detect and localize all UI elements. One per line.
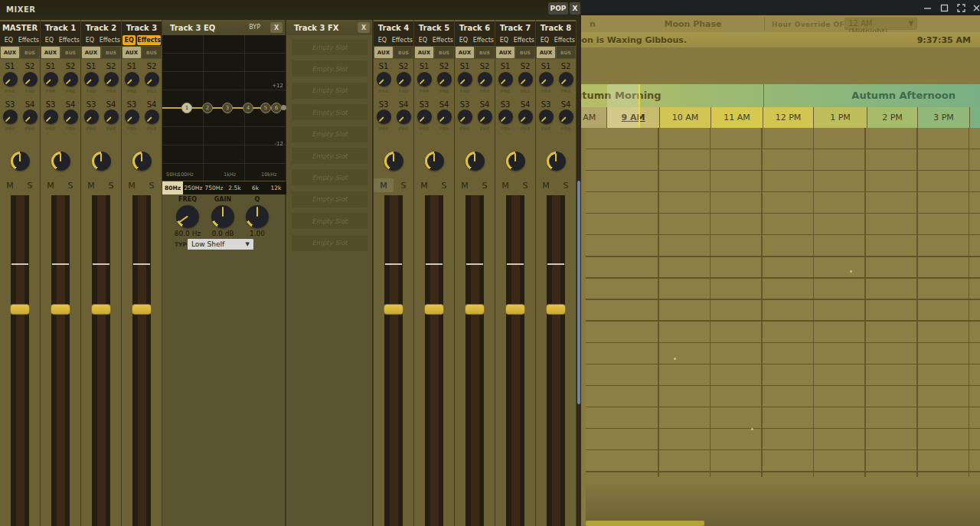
bus-button[interactable]: BUS — [102, 47, 120, 58]
minimize-icon[interactable] — [922, 3, 933, 12]
pre-toggle[interactable]: PRE — [41, 88, 60, 93]
pre-toggle[interactable]: PRE — [414, 126, 434, 131]
pre-toggle[interactable]: PRE — [536, 88, 556, 93]
fullscreen-icon[interactable] — [956, 3, 966, 12]
eq-tab[interactable]: EQ — [1, 35, 17, 45]
eq-band-node[interactable]: 3 — [222, 103, 233, 113]
pre-toggle[interactable]: PRE — [81, 88, 101, 93]
solo-button[interactable]: S — [101, 178, 121, 192]
eq-tab[interactable]: EQ — [537, 35, 553, 45]
eq-band-node[interactable]: 2 — [202, 103, 213, 113]
volume-fader[interactable] — [455, 195, 495, 526]
pre-toggle[interactable]: PRE — [0, 88, 20, 93]
pre-toggle[interactable]: PRE — [142, 126, 162, 131]
pan-knob[interactable] — [51, 152, 70, 171]
fader-track[interactable] — [384, 195, 403, 526]
fx-empty-slot[interactable]: Empty Slot — [291, 191, 368, 208]
pre-toggle[interactable]: PRE — [101, 88, 121, 93]
send-1-knob[interactable] — [377, 72, 391, 87]
mixer-scrollbar[interactable] — [577, 20, 581, 526]
effects-tab[interactable]: Effects — [100, 35, 120, 45]
pop-out-button[interactable]: POP — [548, 2, 568, 15]
fader-track[interactable] — [506, 195, 524, 526]
pre-toggle[interactable]: PRE — [374, 88, 394, 93]
pre-toggle[interactable]: PRE — [394, 126, 413, 131]
fader-handle[interactable] — [505, 304, 525, 315]
send-2-knob[interactable] — [437, 72, 452, 87]
eq-band-node[interactable]: 5 — [260, 103, 271, 113]
aux-button[interactable]: AUX — [456, 47, 474, 58]
solo-button[interactable]: S — [434, 178, 454, 192]
volume-fader[interactable] — [0, 195, 40, 526]
aux-button[interactable]: AUX — [415, 47, 433, 58]
fader-track[interactable] — [11, 195, 29, 526]
effects-tab[interactable]: Effects — [514, 35, 534, 45]
eq-tab[interactable]: EQ — [82, 35, 98, 45]
send-4-knob[interactable] — [559, 109, 573, 124]
aux-button[interactable]: AUX — [41, 47, 60, 58]
hour-cell[interactable]: 9 AM — [607, 107, 660, 128]
send-4-knob[interactable] — [104, 109, 119, 124]
fader-handle[interactable] — [10, 304, 30, 315]
pre-toggle[interactable]: PRE — [455, 126, 475, 131]
volume-fader[interactable] — [414, 195, 454, 526]
send-1-knob[interactable] — [539, 72, 554, 87]
hour-cell[interactable]: 3 PM — [918, 107, 970, 128]
pan-knob[interactable] — [132, 152, 152, 171]
maximize-icon[interactable] — [939, 3, 949, 12]
pre-toggle[interactable]: PRE — [556, 88, 576, 93]
fx-empty-slot[interactable]: Empty Slot — [291, 38, 368, 56]
send-2-knob[interactable] — [559, 72, 573, 87]
hour-cell[interactable]: 12 PM — [763, 107, 814, 128]
pre-toggle[interactable]: PRE — [536, 126, 556, 131]
fader-handle[interactable] — [91, 304, 111, 315]
send-3-knob[interactable] — [498, 109, 513, 124]
aux-button[interactable]: AUX — [374, 47, 393, 58]
eq-close-button[interactable]: X — [270, 22, 283, 33]
send-3-knob[interactable] — [84, 109, 99, 124]
pre-toggle[interactable]: PRE — [60, 126, 80, 131]
send-3-knob[interactable] — [539, 109, 554, 124]
send-1-knob[interactable] — [125, 72, 139, 87]
fx-close-button[interactable]: X — [358, 22, 370, 33]
fx-empty-slot[interactable]: Empty Slot — [291, 234, 368, 252]
fader-track[interactable] — [92, 195, 110, 526]
bus-button[interactable]: BUS — [557, 47, 575, 58]
filter-type-select[interactable]: Low Shelf ▼ — [187, 238, 254, 250]
fader-handle[interactable] — [465, 304, 485, 315]
pre-toggle[interactable]: PRE — [60, 88, 80, 93]
send-2-knob[interactable] — [478, 72, 492, 87]
fader-handle[interactable] — [132, 304, 152, 315]
send-1-knob[interactable] — [498, 72, 513, 87]
eq-band-node[interactable]: 1 — [181, 103, 192, 113]
pre-toggle[interactable]: PRE — [556, 126, 576, 131]
effects-tab[interactable]: Effects — [433, 35, 453, 45]
mixer-close-button[interactable]: X — [570, 2, 580, 15]
eq-tab[interactable]: EQ — [415, 35, 431, 45]
volume-fader[interactable] — [41, 195, 80, 526]
pre-toggle[interactable]: PRE — [394, 88, 413, 93]
fx-empty-slot[interactable]: Empty Slot — [291, 147, 368, 165]
volume-fader[interactable] — [536, 195, 576, 526]
send-3-knob[interactable] — [417, 109, 432, 124]
eq-band-node[interactable]: 6 — [271, 103, 282, 113]
send-1-knob[interactable] — [3, 72, 18, 87]
volume-fader[interactable] — [122, 195, 162, 526]
horizontal-scrollbar[interactable] — [586, 521, 704, 526]
pre-toggle[interactable]: PRE — [434, 126, 454, 131]
fader-handle[interactable] — [546, 304, 566, 315]
effects-tab[interactable]: Effects — [554, 35, 575, 45]
eq-band-button[interactable]: 250Hz — [183, 181, 204, 194]
send-3-knob[interactable] — [458, 109, 472, 124]
eq-tab[interactable]: EQ — [41, 35, 57, 45]
fader-track[interactable] — [547, 195, 565, 526]
hour-cell[interactable]: 1 PM — [814, 107, 867, 128]
fader-track[interactable] — [466, 195, 484, 526]
mute-button[interactable]: M — [0, 178, 20, 192]
mute-button[interactable]: M — [495, 178, 515, 192]
send-4-knob[interactable] — [23, 109, 38, 124]
mute-button[interactable]: M — [374, 178, 394, 192]
eq-bypass-button[interactable]: BYP — [249, 24, 260, 31]
pan-knob[interactable] — [466, 152, 485, 171]
solo-button[interactable]: S — [556, 178, 576, 192]
